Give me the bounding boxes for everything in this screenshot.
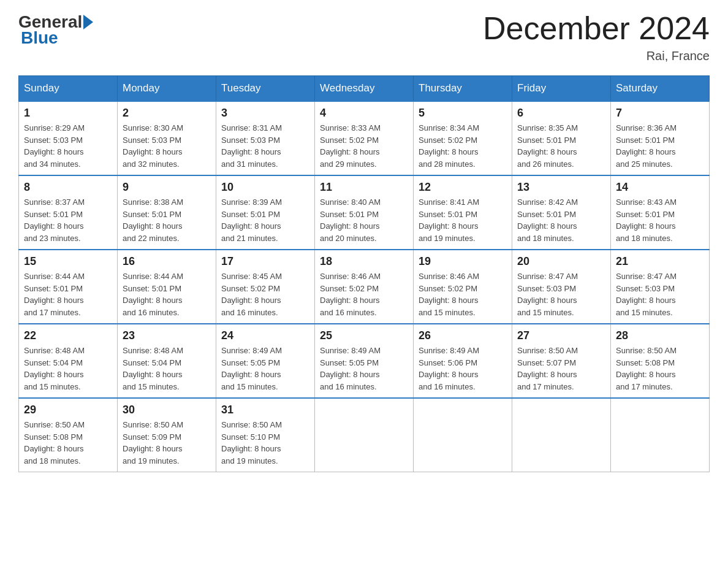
calendar-day-cell: 31Sunrise: 8:50 AMSunset: 5:10 PMDayligh… xyxy=(216,398,315,472)
calendar-week-row: 15Sunrise: 8:44 AMSunset: 5:01 PMDayligh… xyxy=(19,250,710,324)
day-info: Sunrise: 8:50 AMSunset: 5:08 PMDaylight:… xyxy=(616,345,704,393)
day-number: 31 xyxy=(221,404,309,416)
day-number: 2 xyxy=(123,107,211,120)
day-number: 29 xyxy=(24,404,112,416)
day-number: 6 xyxy=(517,107,605,120)
calendar-day-cell xyxy=(315,398,414,472)
calendar-day-cell: 6Sunrise: 8:35 AMSunset: 5:01 PMDaylight… xyxy=(512,101,611,175)
day-number: 24 xyxy=(221,329,309,342)
calendar-day-cell: 17Sunrise: 8:45 AMSunset: 5:02 PMDayligh… xyxy=(216,250,315,324)
month-title: December 2024 xyxy=(483,12,710,44)
day-number: 27 xyxy=(517,329,605,342)
day-number: 14 xyxy=(616,181,704,194)
calendar-header-thursday: Thursday xyxy=(414,76,512,102)
day-info: Sunrise: 8:39 AMSunset: 5:01 PMDaylight:… xyxy=(221,196,309,244)
day-number: 10 xyxy=(221,181,309,194)
day-info: Sunrise: 8:30 AMSunset: 5:03 PMDaylight:… xyxy=(123,122,211,170)
day-number: 1 xyxy=(24,107,112,120)
calendar-header-saturday: Saturday xyxy=(611,76,710,102)
calendar-day-cell xyxy=(414,398,512,472)
calendar-header-row: SundayMondayTuesdayWednesdayThursdayFrid… xyxy=(19,76,710,102)
day-number: 8 xyxy=(24,181,112,194)
day-number: 18 xyxy=(320,255,408,268)
calendar-header-tuesday: Tuesday xyxy=(216,76,315,102)
calendar-day-cell: 14Sunrise: 8:43 AMSunset: 5:01 PMDayligh… xyxy=(611,175,710,250)
calendar-day-cell: 22Sunrise: 8:48 AMSunset: 5:04 PMDayligh… xyxy=(19,324,118,398)
calendar-day-cell: 9Sunrise: 8:38 AMSunset: 5:01 PMDaylight… xyxy=(118,175,216,250)
calendar-day-cell: 19Sunrise: 8:46 AMSunset: 5:02 PMDayligh… xyxy=(414,250,512,324)
day-number: 3 xyxy=(221,107,309,120)
calendar-day-cell: 26Sunrise: 8:49 AMSunset: 5:06 PMDayligh… xyxy=(414,324,512,398)
day-info: Sunrise: 8:48 AMSunset: 5:04 PMDaylight:… xyxy=(123,345,211,393)
day-number: 13 xyxy=(517,181,605,194)
day-info: Sunrise: 8:46 AMSunset: 5:02 PMDaylight:… xyxy=(320,270,408,318)
calendar-header-friday: Friday xyxy=(512,76,611,102)
day-number: 28 xyxy=(616,329,704,342)
day-info: Sunrise: 8:50 AMSunset: 5:10 PMDaylight:… xyxy=(221,419,309,467)
calendar-day-cell: 11Sunrise: 8:40 AMSunset: 5:01 PMDayligh… xyxy=(315,175,414,250)
day-info: Sunrise: 8:49 AMSunset: 5:05 PMDaylight:… xyxy=(320,345,408,393)
day-info: Sunrise: 8:36 AMSunset: 5:01 PMDaylight:… xyxy=(616,122,704,170)
day-number: 19 xyxy=(419,255,507,268)
calendar-day-cell: 10Sunrise: 8:39 AMSunset: 5:01 PMDayligh… xyxy=(216,175,315,250)
day-info: Sunrise: 8:40 AMSunset: 5:01 PMDaylight:… xyxy=(320,196,408,244)
day-info: Sunrise: 8:31 AMSunset: 5:03 PMDaylight:… xyxy=(221,122,309,170)
calendar-day-cell: 1Sunrise: 8:29 AMSunset: 5:03 PMDaylight… xyxy=(19,101,118,175)
calendar-day-cell: 30Sunrise: 8:50 AMSunset: 5:09 PMDayligh… xyxy=(118,398,216,472)
calendar-week-row: 1Sunrise: 8:29 AMSunset: 5:03 PMDaylight… xyxy=(19,101,710,175)
calendar-table: SundayMondayTuesdayWednesdayThursdayFrid… xyxy=(18,75,710,472)
day-info: Sunrise: 8:45 AMSunset: 5:02 PMDaylight:… xyxy=(221,270,309,318)
day-info: Sunrise: 8:47 AMSunset: 5:03 PMDaylight:… xyxy=(616,270,704,318)
day-number: 22 xyxy=(24,329,112,342)
calendar-day-cell: 5Sunrise: 8:34 AMSunset: 5:02 PMDaylight… xyxy=(414,101,512,175)
calendar-header-monday: Monday xyxy=(118,76,216,102)
day-number: 5 xyxy=(419,107,507,120)
calendar-day-cell: 3Sunrise: 8:31 AMSunset: 5:03 PMDaylight… xyxy=(216,101,315,175)
day-info: Sunrise: 8:33 AMSunset: 5:02 PMDaylight:… xyxy=(320,122,408,170)
day-info: Sunrise: 8:35 AMSunset: 5:01 PMDaylight:… xyxy=(517,122,605,170)
day-info: Sunrise: 8:50 AMSunset: 5:08 PMDaylight:… xyxy=(24,419,112,467)
day-number: 20 xyxy=(517,255,605,268)
day-number: 16 xyxy=(123,255,211,268)
calendar-week-row: 8Sunrise: 8:37 AMSunset: 5:01 PMDaylight… xyxy=(19,175,710,250)
day-number: 23 xyxy=(123,329,211,342)
calendar-day-cell: 27Sunrise: 8:50 AMSunset: 5:07 PMDayligh… xyxy=(512,324,611,398)
calendar-week-row: 29Sunrise: 8:50 AMSunset: 5:08 PMDayligh… xyxy=(19,398,710,472)
day-number: 9 xyxy=(123,181,211,194)
calendar-day-cell: 7Sunrise: 8:36 AMSunset: 5:01 PMDaylight… xyxy=(611,101,710,175)
day-info: Sunrise: 8:48 AMSunset: 5:04 PMDaylight:… xyxy=(24,345,112,393)
day-number: 26 xyxy=(419,329,507,342)
calendar-day-cell: 25Sunrise: 8:49 AMSunset: 5:05 PMDayligh… xyxy=(315,324,414,398)
day-info: Sunrise: 8:41 AMSunset: 5:01 PMDaylight:… xyxy=(419,196,507,244)
calendar-day-cell: 12Sunrise: 8:41 AMSunset: 5:01 PMDayligh… xyxy=(414,175,512,250)
location-text: Rai, France xyxy=(483,49,710,63)
day-info: Sunrise: 8:38 AMSunset: 5:01 PMDaylight:… xyxy=(123,196,211,244)
calendar-day-cell: 29Sunrise: 8:50 AMSunset: 5:08 PMDayligh… xyxy=(19,398,118,472)
day-info: Sunrise: 8:34 AMSunset: 5:02 PMDaylight:… xyxy=(419,122,507,170)
logo: General Blue xyxy=(18,12,94,48)
day-info: Sunrise: 8:43 AMSunset: 5:01 PMDaylight:… xyxy=(616,196,704,244)
calendar-day-cell: 20Sunrise: 8:47 AMSunset: 5:03 PMDayligh… xyxy=(512,250,611,324)
title-section: December 2024 Rai, France xyxy=(483,12,710,63)
day-info: Sunrise: 8:37 AMSunset: 5:01 PMDaylight:… xyxy=(24,196,112,244)
calendar-day-cell: 28Sunrise: 8:50 AMSunset: 5:08 PMDayligh… xyxy=(611,324,710,398)
calendar-header-sunday: Sunday xyxy=(19,76,118,102)
day-number: 21 xyxy=(616,255,704,268)
day-info: Sunrise: 8:50 AMSunset: 5:09 PMDaylight:… xyxy=(123,419,211,467)
calendar-day-cell: 23Sunrise: 8:48 AMSunset: 5:04 PMDayligh… xyxy=(118,324,216,398)
calendar-header-wednesday: Wednesday xyxy=(315,76,414,102)
day-number: 12 xyxy=(419,181,507,194)
day-info: Sunrise: 8:49 AMSunset: 5:06 PMDaylight:… xyxy=(419,345,507,393)
day-info: Sunrise: 8:44 AMSunset: 5:01 PMDaylight:… xyxy=(123,270,211,318)
day-info: Sunrise: 8:44 AMSunset: 5:01 PMDaylight:… xyxy=(24,270,112,318)
calendar-day-cell xyxy=(611,398,710,472)
day-info: Sunrise: 8:46 AMSunset: 5:02 PMDaylight:… xyxy=(419,270,507,318)
calendar-day-cell: 15Sunrise: 8:44 AMSunset: 5:01 PMDayligh… xyxy=(19,250,118,324)
day-number: 4 xyxy=(320,107,408,120)
day-number: 11 xyxy=(320,181,408,194)
calendar-day-cell: 2Sunrise: 8:30 AMSunset: 5:03 PMDaylight… xyxy=(118,101,216,175)
calendar-day-cell: 18Sunrise: 8:46 AMSunset: 5:02 PMDayligh… xyxy=(315,250,414,324)
day-number: 17 xyxy=(221,255,309,268)
logo-blue-text: Blue xyxy=(21,28,58,47)
day-number: 25 xyxy=(320,329,408,342)
